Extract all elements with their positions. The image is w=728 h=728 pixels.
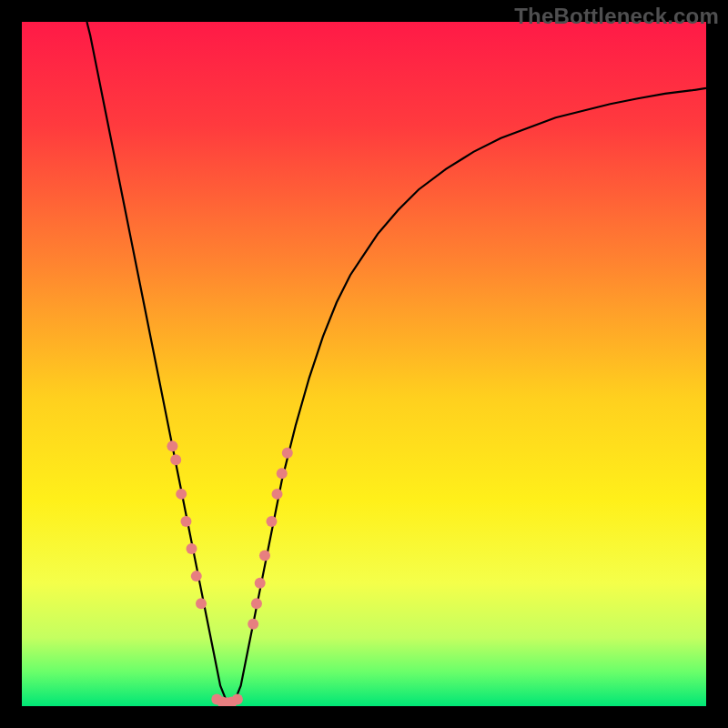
dot [259,551,270,561]
dot [167,440,177,451]
dot [196,598,207,609]
dot [176,489,187,500]
gradient-bg [22,22,706,706]
dot [180,516,191,527]
dot [277,468,288,479]
dot [232,693,243,704]
dot [187,543,197,554]
dot [272,489,283,500]
dot [266,516,277,527]
dot [255,578,266,589]
dot [251,598,262,609]
dot [191,571,202,581]
bottleneck-chart [22,22,706,706]
watermark-text: TheBottleneck.com [514,4,719,29]
dot [282,448,293,459]
dot [170,454,181,465]
dot [248,619,258,630]
plot-frame [22,22,706,706]
